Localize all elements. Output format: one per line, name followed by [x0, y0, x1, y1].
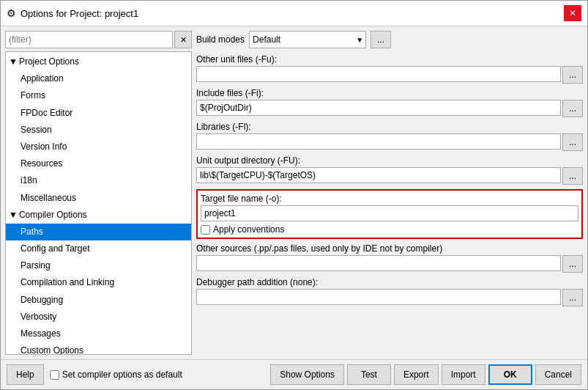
tree-compiler-children: Paths Config and Target Parsing Compilat…	[6, 224, 191, 355]
include-files-group: Include files (-Fi): ...	[196, 88, 583, 117]
tree-project-options-parent[interactable]: ▼ Project Options	[6, 54, 191, 70]
title-bar: ⚙ Options for Project: project1 ✕	[1, 1, 587, 26]
other-sources-row: ...	[196, 255, 583, 273]
target-file-name-input[interactable]	[201, 205, 578, 221]
build-modes-row: Build modes Default Debug Release ▼ ...	[196, 31, 583, 48]
title-bar-left: ⚙ Options for Project: project1	[7, 7, 138, 19]
ok-button[interactable]: OK	[488, 364, 532, 385]
bottom-right: Show Options Test Export Import OK Cance…	[270, 364, 581, 385]
tree-project-children: Application Forms FPDoc Editor Session V…	[6, 70, 191, 207]
tree-item-compilation-linking[interactable]: Compilation and Linking	[6, 274, 191, 291]
include-files-browse-button[interactable]: ...	[562, 100, 583, 117]
build-modes-more-button[interactable]: ...	[371, 31, 391, 48]
other-unit-files-group: Other unit files (-Fu): ...	[196, 54, 583, 84]
apply-conventions-checkbox[interactable]	[201, 225, 210, 235]
tree-item-fpdoc-editor[interactable]: FPDoc Editor	[6, 105, 191, 122]
left-panel: ✕ ▼ Project Options Application Forms F	[5, 31, 192, 355]
filter-clear-button[interactable]: ✕	[174, 31, 192, 48]
tree-item-i18n[interactable]: i18n	[6, 172, 191, 189]
apply-conventions-row: Apply conventions	[201, 224, 578, 235]
help-button[interactable]: Help	[7, 364, 44, 385]
debugger-path-browse-button[interactable]: ...	[562, 289, 583, 306]
unit-output-dir-row: ...	[196, 167, 583, 185]
include-files-label: Include files (-Fi):	[196, 88, 583, 98]
options-dialog: ⚙ Options for Project: project1 ✕ ✕ ▼ Pr…	[0, 0, 588, 390]
build-modes-select[interactable]: Default Debug Release	[249, 31, 366, 48]
debugger-path-group: Debugger path addition (none): ...	[196, 277, 583, 306]
bottom-left: Help Set compiler options as default	[7, 364, 182, 385]
bottom-bar: Help Set compiler options as default Sho…	[1, 359, 587, 389]
filter-row: ✕	[5, 31, 192, 48]
libraries-label: Libraries (-Fl):	[196, 122, 583, 132]
export-button[interactable]: Export	[394, 364, 439, 385]
tree-item-paths[interactable]: Paths	[6, 224, 191, 240]
other-unit-files-row: ...	[196, 66, 583, 84]
libraries-row: ...	[196, 133, 583, 151]
set-default-checkbox[interactable]	[50, 370, 59, 380]
tree-compiler-options-parent[interactable]: ▼ Compiler Options	[6, 207, 191, 224]
tree-item-debugging[interactable]: Debugging	[6, 292, 191, 309]
expand-icon-compiler: ▼	[9, 208, 18, 222]
right-panel: Build modes Default Debug Release ▼ ... …	[196, 31, 583, 355]
tree-item-resources[interactable]: Resources	[6, 155, 191, 172]
other-sources-browse-button[interactable]: ...	[562, 255, 583, 273]
show-options-button[interactable]: Show Options	[270, 364, 344, 385]
close-button[interactable]: ✕	[564, 5, 581, 21]
tree-item-miscellaneous[interactable]: Miscellaneous	[6, 190, 191, 207]
tree-item-messages[interactable]: Messages	[6, 325, 191, 342]
filter-input[interactable]	[5, 31, 173, 48]
other-sources-input[interactable]	[196, 255, 561, 271]
unit-output-dir-browse-button[interactable]: ...	[562, 167, 583, 185]
debugger-path-label: Debugger path addition (none):	[196, 277, 583, 287]
other-sources-label: Other sources (.pp/.pas files, used only…	[196, 243, 583, 254]
include-files-row: ...	[196, 100, 583, 117]
main-content: ✕ ▼ Project Options Application Forms F	[1, 26, 587, 359]
set-default-row: Set compiler options as default	[50, 369, 182, 380]
other-unit-files-input[interactable]	[196, 66, 561, 82]
debugger-path-row: ...	[196, 289, 583, 306]
test-button[interactable]: Test	[347, 364, 391, 385]
libraries-input[interactable]	[196, 133, 561, 150]
unit-output-dir-input[interactable]	[196, 167, 561, 183]
set-default-label[interactable]: Set compiler options as default	[62, 369, 182, 380]
tree-item-version-info[interactable]: Version Info	[6, 139, 191, 155]
tree-item-application[interactable]: Application	[6, 70, 191, 87]
target-file-name-label: Target file name (-o):	[201, 194, 578, 204]
expand-icon: ▼	[9, 55, 18, 69]
other-sources-group: Other sources (.pp/.pas files, used only…	[196, 243, 583, 273]
tree-compiler-options-label: Compiler Options	[19, 208, 87, 222]
tree-item-session[interactable]: Session	[6, 122, 191, 139]
build-modes-label: Build modes	[196, 34, 245, 45]
apply-conventions-label[interactable]: Apply conventions	[213, 224, 284, 235]
tree-item-custom-options[interactable]: Custom Options	[6, 342, 191, 355]
tree-panel: ▼ Project Options Application Forms FPDo…	[5, 51, 192, 355]
tree-project-options-label: Project Options	[19, 55, 79, 69]
dialog-icon: ⚙	[7, 7, 16, 19]
unit-output-dir-label: Unit output directory (-FU):	[196, 155, 583, 166]
libraries-browse-button[interactable]: ...	[562, 133, 583, 151]
other-unit-files-browse-button[interactable]: ...	[562, 66, 583, 84]
unit-output-dir-group: Unit output directory (-FU): ...	[196, 155, 583, 185]
tree-item-config-target[interactable]: Config and Target	[6, 240, 191, 257]
highlighted-target-section: Target file name (-o): Apply conventions	[196, 189, 583, 239]
tree-item-verbosity[interactable]: Verbosity	[6, 309, 191, 325]
dialog-title: Options for Project: project1	[21, 8, 138, 19]
other-unit-files-label: Other unit files (-Fu):	[196, 54, 583, 65]
import-button[interactable]: Import	[442, 364, 485, 385]
build-modes-select-wrapper: Default Debug Release ▼	[249, 31, 366, 48]
libraries-group: Libraries (-Fl): ...	[196, 122, 583, 151]
tree-item-parsing[interactable]: Parsing	[6, 257, 191, 274]
debugger-path-input[interactable]	[196, 289, 561, 305]
cancel-button[interactable]: Cancel	[535, 364, 581, 385]
include-files-input[interactable]	[196, 100, 561, 116]
tree-item-forms[interactable]: Forms	[6, 87, 191, 104]
